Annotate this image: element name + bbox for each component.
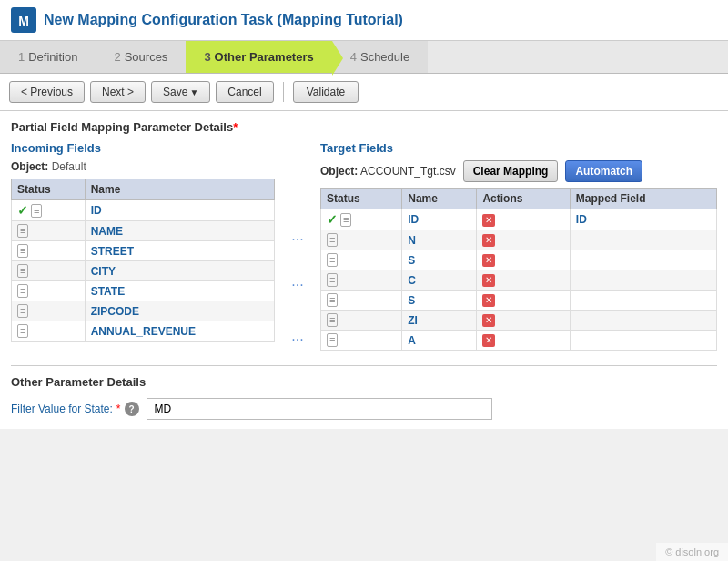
target-status-4: ≡ <box>321 270 402 291</box>
svg-text:M: M <box>18 14 29 28</box>
doc-icon: ≡ <box>327 233 338 247</box>
target-col-mapped: Mapped Field <box>570 189 716 209</box>
target-mapped-6 <box>570 311 716 331</box>
remove-mapping-5[interactable]: ✕ <box>482 294 495 307</box>
incoming-fields-table: Status Name ✓ ≡ ID <box>11 178 275 342</box>
target-action-7[interactable]: ✕ <box>477 331 570 351</box>
save-button[interactable]: Save ▼ <box>151 81 210 103</box>
table-row: ≡ ZIPCODE <box>12 301 275 321</box>
incoming-status-cell-1: ✓ ≡ <box>12 200 86 221</box>
target-mapped-5 <box>570 291 716 311</box>
incoming-field-zipcode: ZIPCODE <box>85 301 274 321</box>
next-button[interactable]: Next > <box>90 81 146 103</box>
tab-num-2: 2 <box>114 50 120 64</box>
doc-icon: ≡ <box>31 204 42 218</box>
tab-label-schedule: Schedule <box>360 50 410 64</box>
app-icon: M <box>11 7 36 33</box>
table-row: ≡ S ✕ <box>321 250 717 270</box>
doc-icon: ≡ <box>327 313 338 327</box>
remove-mapping-2[interactable]: ✕ <box>482 234 495 247</box>
doc-icon: ≡ <box>327 273 338 287</box>
tab-bar: 1 Definition 2 Sources 3 Other Parameter… <box>0 41 728 74</box>
target-col-status: Status <box>321 189 402 209</box>
target-action-2[interactable]: ✕ <box>477 230 570 250</box>
remove-mapping-7[interactable]: ✕ <box>482 334 495 347</box>
table-row: ≡ N ✕ <box>321 230 717 250</box>
clear-mapping-button[interactable]: Clear Mapping <box>463 160 559 182</box>
target-action-5[interactable]: ✕ <box>477 291 570 311</box>
cancel-button[interactable]: Cancel <box>216 81 273 103</box>
remove-mapping-6[interactable]: ✕ <box>482 314 495 327</box>
incoming-status-cell-4: ≡ <box>12 261 86 281</box>
table-row: ≡ S ✕ <box>321 291 717 311</box>
doc-icon: ≡ <box>17 284 28 298</box>
toolbar: < Previous Next > Save ▼ Cancel Validate <box>0 74 728 111</box>
incoming-object-value: Default <box>52 160 86 173</box>
arrow-1: ··· <box>291 232 303 247</box>
incoming-status-cell-3: ≡ <box>12 241 86 261</box>
tab-label-definition: Definition <box>28 50 77 64</box>
target-status-1: ✓ ≡ <box>321 209 402 230</box>
tab-num-3: 3 <box>204 50 210 64</box>
incoming-col-name: Name <box>85 179 274 200</box>
incoming-field-annual-revenue: ANNUAL_REVENUE <box>85 321 274 342</box>
doc-icon: ≡ <box>17 324 28 338</box>
page-title: New Mapping Configuration Task (Mapping … <box>44 12 403 28</box>
help-icon[interactable]: ? <box>125 402 139 416</box>
table-row: ≡ STATE <box>12 281 275 301</box>
target-fields-title: Target Fields <box>320 141 717 155</box>
target-mapped-4 <box>570 270 716 291</box>
tab-definition[interactable]: 1 Definition <box>0 41 96 73</box>
check-icon: ✓ <box>327 212 338 227</box>
target-fields-panel: Target Fields Object: ACCOUNT_Tgt.csv Cl… <box>320 141 717 351</box>
validate-button[interactable]: Validate <box>293 81 359 103</box>
automatch-button[interactable]: Automatch <box>565 160 642 182</box>
target-panel-header: Object: ACCOUNT_Tgt.csv Clear Mapping Au… <box>320 160 717 182</box>
filter-value-input[interactable] <box>147 398 492 420</box>
previous-button[interactable]: < Previous <box>9 81 85 103</box>
footer: © disoln.org <box>656 543 728 561</box>
target-status-7: ≡ <box>321 331 402 351</box>
target-object-value: ACCOUNT_Tgt.csv <box>360 165 456 178</box>
target-col-name: Name <box>402 189 477 209</box>
tab-schedule[interactable]: 4 Schedule <box>332 41 428 73</box>
incoming-status-cell-7: ≡ <box>12 321 86 342</box>
tab-other-parameters[interactable]: 3 Other Parameters <box>186 41 331 73</box>
save-label: Save <box>163 86 187 98</box>
incoming-object-line: Object: Default <box>11 160 275 173</box>
target-col-actions: Actions <box>477 189 570 209</box>
target-object-label: Object: ACCOUNT_Tgt.csv <box>320 165 456 178</box>
table-row: ≡ A ✕ <box>321 331 717 351</box>
remove-mapping-1[interactable]: ✕ <box>482 214 495 227</box>
target-mapped-2 <box>570 230 716 250</box>
incoming-fields-title: Incoming Fields <box>11 141 275 155</box>
target-name-7: A <box>402 331 477 351</box>
incoming-field-state: STATE <box>85 281 274 301</box>
main-content: Partial Field Mapping Parameter Details*… <box>0 111 728 429</box>
check-icon: ✓ <box>17 203 28 218</box>
remove-mapping-4[interactable]: ✕ <box>482 274 495 287</box>
doc-icon: ≡ <box>17 304 28 318</box>
tab-sources[interactable]: 2 Sources <box>96 41 186 73</box>
doc-icon: ≡ <box>17 224 28 238</box>
doc-icon: ≡ <box>327 293 338 307</box>
mapping-arrows: ··· ··· ··· <box>284 141 311 351</box>
remove-mapping-3[interactable]: ✕ <box>482 254 495 267</box>
incoming-status-cell-2: ≡ <box>12 221 86 241</box>
target-name-1: ID <box>402 209 477 230</box>
target-action-3[interactable]: ✕ <box>477 250 570 270</box>
target-action-1[interactable]: ✕ <box>477 209 570 230</box>
target-action-6[interactable]: ✕ <box>477 311 570 331</box>
table-row: ≡ ANNUAL_REVENUE <box>12 321 275 342</box>
table-row: ✓ ≡ ID ✕ ID <box>321 209 717 230</box>
save-dropdown-arrow: ▼ <box>189 87 198 97</box>
target-mapped-1: ID <box>570 209 716 230</box>
incoming-field-name: NAME <box>85 221 274 241</box>
doc-icon: ≡ <box>327 333 338 347</box>
table-row: ≡ STREET <box>12 241 275 261</box>
footer-text: © disoln.org <box>665 546 719 557</box>
target-action-4[interactable]: ✕ <box>477 270 570 291</box>
table-row: ≡ NAME <box>12 221 275 241</box>
filter-row: Filter Value for State:* ? <box>11 398 717 420</box>
filter-label: Filter Value for State:* ? <box>11 402 139 416</box>
